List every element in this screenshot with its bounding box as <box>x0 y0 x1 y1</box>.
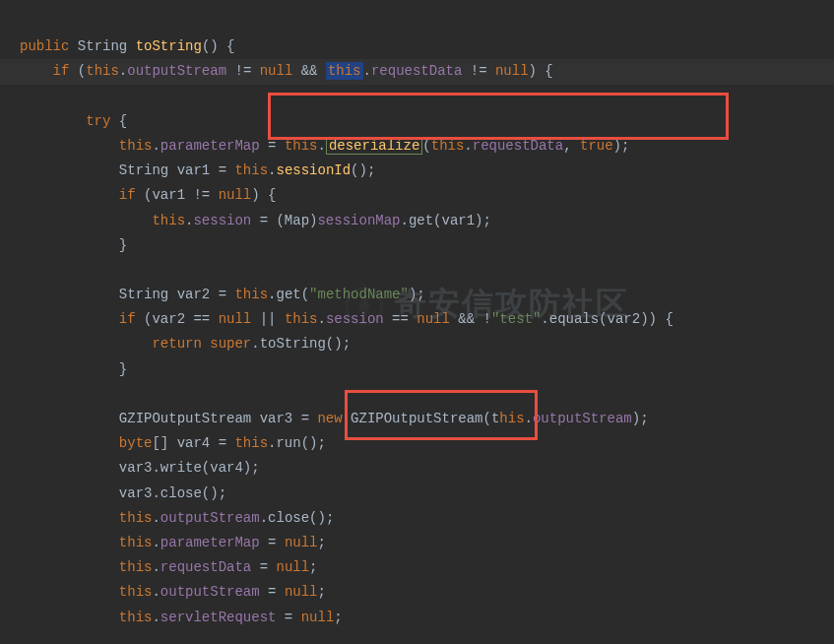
keyword-null: null <box>417 311 450 327</box>
text: ; <box>318 535 326 550</box>
text: != <box>462 63 495 79</box>
text: (var2 == <box>136 311 219 327</box>
keyword-null: null <box>285 535 318 550</box>
text: || <box>251 311 285 327</box>
code-line: public String toString() { <box>20 38 234 54</box>
text: != <box>226 63 260 79</box>
field: outputStream <box>160 510 260 526</box>
code-line: this.requestData = null; <box>20 559 318 575</box>
text: var1 = <box>168 162 234 178</box>
text: . <box>152 535 160 550</box>
text: ) { <box>529 63 553 79</box>
text: . <box>318 138 326 154</box>
keyword-public: public <box>20 38 69 54</box>
keyword-null: null <box>219 311 252 327</box>
keyword-this: this <box>119 535 153 550</box>
text: && <box>292 63 326 79</box>
keyword-if: if <box>119 311 136 327</box>
text: (t <box>483 411 500 426</box>
keyword-this: this <box>119 559 153 575</box>
text: ); <box>613 138 630 154</box>
field: requestData <box>160 559 251 575</box>
field: session <box>193 213 251 228</box>
keyword-null: null <box>495 63 529 79</box>
text: . <box>464 138 472 154</box>
text: ) { <box>251 187 276 203</box>
keyword-byte: byte <box>119 435 153 451</box>
keyword-this: this <box>234 435 268 451</box>
text: . <box>152 584 160 600</box>
field: parameterMap <box>160 138 260 154</box>
keyword-this: this <box>119 610 153 625</box>
code-line: try { <box>20 113 127 129</box>
text: .get(var1); <box>400 213 490 228</box>
type-string: String <box>119 287 168 302</box>
field: servletRequest <box>160 610 277 625</box>
text: .toString(); <box>251 336 351 352</box>
text: = <box>251 559 276 575</box>
text: . <box>152 510 160 526</box>
keyword-null: null <box>301 610 335 625</box>
code-line: String var1 = this.sessionId(); <box>20 162 375 178</box>
field: sessionMap <box>317 213 400 228</box>
field: outputStream <box>160 584 260 600</box>
keyword-this: this <box>431 138 465 154</box>
text: } <box>119 361 127 377</box>
field: requestData <box>371 63 462 79</box>
keyword-true: true <box>580 138 613 154</box>
text: .close(); <box>260 510 335 526</box>
field: requestData <box>473 138 563 154</box>
text: ); <box>409 287 425 302</box>
highlighted-line: if (this.outputStream != null && this.re… <box>0 59 834 84</box>
keyword-this: this <box>234 162 268 178</box>
code-line: if (var2 == null || this.session == null… <box>20 311 674 327</box>
code-line: } <box>20 237 127 253</box>
text: (); <box>351 162 375 178</box>
code-line <box>20 386 28 402</box>
keyword-this: this <box>119 584 153 600</box>
code-line: return super.toString(); <box>20 336 351 352</box>
text: . <box>152 138 160 154</box>
code-line: this.parameterMap = this.deserialize(thi… <box>20 137 629 155</box>
text: ; <box>318 584 326 600</box>
text: = (Map) <box>251 213 317 228</box>
field: outputStream <box>533 411 632 426</box>
text: .run(); <box>268 435 326 451</box>
keyword-this-partial: his <box>499 411 524 426</box>
text: = <box>260 535 285 550</box>
code-line: } <box>20 361 127 377</box>
text: ( <box>422 138 430 154</box>
keyword-null: null <box>276 559 309 575</box>
keyword-null: null <box>219 187 252 203</box>
type-string: String <box>78 38 127 54</box>
text: } <box>119 237 127 253</box>
text: ); <box>632 411 649 426</box>
code-line <box>20 262 28 278</box>
code-line: if (var1 != null) { <box>20 187 276 203</box>
text <box>343 411 351 426</box>
code-line: String var2 = this.get("methodName"); <box>20 287 425 302</box>
keyword-return: return super <box>152 336 251 352</box>
text: , <box>563 138 580 154</box>
text: ( <box>69 63 86 79</box>
text: = <box>260 584 285 600</box>
method-deserialize-highlighted: deserialize <box>326 137 422 155</box>
method-name: sessionId <box>276 162 351 178</box>
keyword-this-selected: this <box>326 62 363 80</box>
keyword-this: this <box>119 510 153 526</box>
text: .equals(var2)) { <box>541 311 673 327</box>
text: . <box>317 311 325 327</box>
code-line: this.servletRequest = null; <box>20 610 343 625</box>
text: [] var4 = <box>152 435 234 451</box>
type-gzip: GZIPOutputStream <box>119 411 251 426</box>
field: outputStream <box>127 63 226 79</box>
keyword-null: null <box>260 63 293 79</box>
text: == <box>384 311 417 327</box>
keyword-try: try <box>86 113 110 129</box>
type-string: String <box>119 162 168 178</box>
code-line: this.outputStream.close(); <box>20 510 334 526</box>
keyword-this: this <box>285 311 318 327</box>
code-line: this.session = (Map)sessionMap.get(var1)… <box>20 213 491 228</box>
keyword-null: null <box>285 584 318 600</box>
text: . <box>525 411 533 426</box>
